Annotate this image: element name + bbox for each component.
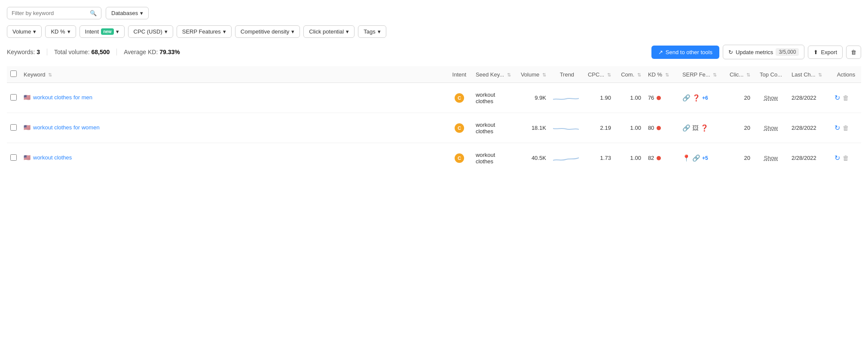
show-link-2[interactable]: Show [764, 155, 778, 161]
databases-button[interactable]: Databases ▾ [106, 7, 149, 19]
volume-1: 18.1K [515, 113, 550, 143]
location-icon: 📍 [682, 154, 691, 162]
intent-badge-1: C [455, 123, 464, 133]
th-cpc: CPC... ⇅ [584, 66, 614, 83]
filter-bar: Volume ▾KD % ▾Intent new ▾CPC (USD) ▾SER… [7, 25, 861, 38]
kd-stat: Average KD: 79.33% [124, 49, 187, 55]
link-icon: 🔗 [682, 124, 691, 132]
sort-keyword-icon[interactable]: ⇅ [48, 72, 52, 77]
export-icon: ⬆ [813, 49, 818, 55]
sort-cpc-icon[interactable]: ⇅ [607, 72, 611, 77]
cpc-0: 1.90 [584, 83, 614, 113]
com-1: 1.00 [614, 113, 645, 143]
sort-clic-icon[interactable]: ⇅ [746, 72, 750, 77]
clic-2: 20 [726, 143, 754, 173]
chevron-down-icon: ▾ [33, 28, 36, 35]
th-keyword: Keyword ⇅ [20, 66, 446, 83]
chevron-down-icon: ▾ [291, 28, 294, 35]
filter-cpc-button[interactable]: CPC (USD) ▾ [128, 25, 173, 38]
delete-button[interactable]: 🗑 [846, 46, 861, 59]
refresh-row-icon-2[interactable]: ↻ [834, 154, 840, 162]
flag-icon: 🇺🇸 [24, 124, 31, 131]
send-icon: ↗ [658, 49, 663, 55]
sort-kd-icon[interactable]: ⇅ [665, 72, 669, 77]
table-row: 🇺🇸workout clothes for womenCworkout clot… [7, 113, 861, 143]
filter-serp-button[interactable]: SERP Features ▾ [177, 25, 232, 38]
chevron-down-icon: ▾ [116, 28, 119, 35]
serp-icons-2: 📍🔗+5 [682, 154, 723, 162]
intent-badge-0: C [455, 93, 464, 103]
sort-seed-icon[interactable]: ⇅ [507, 72, 511, 77]
question-icon: ❓ [700, 124, 709, 132]
th-volume: Volume ⇅ [515, 66, 550, 83]
th-seed: Seed Key... ⇅ [472, 66, 515, 83]
image-icon: 🖼 [692, 124, 699, 132]
filter-volume-button[interactable]: Volume ▾ [7, 25, 42, 38]
row-checkbox-2[interactable] [10, 154, 17, 161]
sort-serp-icon[interactable]: ⇅ [713, 72, 717, 77]
chevron-down-icon: ▾ [140, 10, 143, 16]
last-ch-0: 2/28/2022 [788, 83, 831, 113]
clic-1: 20 [726, 113, 754, 143]
delete-row-icon-2[interactable]: 🗑 [843, 154, 849, 162]
filter-kd-button[interactable]: KD % ▾ [45, 25, 76, 38]
chevron-down-icon: ▾ [67, 28, 70, 35]
kd-value-2: 82 [648, 155, 654, 161]
th-topco: Top Co... [754, 66, 788, 83]
delete-row-icon-1[interactable]: 🗑 [843, 124, 849, 132]
intent-badge-2: C [455, 153, 464, 163]
serp-plus-0[interactable]: +6 [702, 95, 708, 101]
keyword-link-0[interactable]: workout clothes for men [33, 94, 92, 101]
export-button[interactable]: ⬆ Export [808, 46, 843, 59]
filter-comp-button[interactable]: Competitive density ▾ [235, 25, 300, 38]
chevron-down-icon: ▾ [378, 28, 381, 35]
th-clic: Clic... ⇅ [726, 66, 754, 83]
serp-icons-0: 🔗❓+6 [682, 94, 723, 102]
action-icons-0: ↻ 🗑 [834, 94, 858, 102]
refresh-row-icon-1[interactable]: ↻ [834, 124, 840, 132]
keywords-stat: Keywords: 3 [7, 49, 47, 55]
keyword-link-1[interactable]: workout clothes for women [33, 124, 100, 131]
sort-com-icon[interactable]: ⇅ [637, 72, 641, 77]
volume-0: 9.9K [515, 83, 550, 113]
table-row: 🇺🇸workout clothesCworkout clothes40.5K 1… [7, 143, 861, 173]
row-checkbox-1[interactable] [10, 124, 17, 131]
select-all-cell [7, 66, 20, 83]
volume-stat: Total volume: 68,500 [54, 49, 117, 55]
update-metrics-button[interactable]: ↻ Update metrics 3/5,000 [723, 45, 804, 59]
row-checkbox-0[interactable] [10, 94, 17, 101]
link-icon: 🔗 [682, 94, 691, 102]
serp-icons-1: 🔗🖼❓ [682, 124, 723, 132]
sort-volume-icon[interactable]: ⇅ [542, 72, 546, 77]
question-icon: ❓ [692, 94, 700, 102]
search-input[interactable] [12, 10, 87, 16]
kd-cell-0: 76 [648, 95, 675, 101]
trash-icon: 🗑 [851, 49, 856, 55]
table-row: 🇺🇸workout clothes for menCworkout clothe… [7, 83, 861, 113]
trend-chart-0 [553, 91, 581, 104]
clic-0: 20 [726, 83, 754, 113]
sort-lastch-icon[interactable]: ⇅ [818, 72, 822, 77]
show-link-1[interactable]: Show [764, 125, 778, 131]
send-to-tools-button[interactable]: ↗ Send to other tools [651, 46, 719, 59]
delete-row-icon-0[interactable]: 🗑 [843, 94, 849, 101]
top-bar: 🔍 Databases ▾ [7, 7, 861, 19]
show-link-0[interactable]: Show [764, 95, 778, 101]
trend-chart-1 [553, 121, 581, 134]
kd-cell-1: 80 [648, 125, 675, 131]
th-trend: Trend [550, 66, 584, 83]
th-serp: SERP Fe... ⇅ [679, 66, 726, 83]
select-all-checkbox[interactable] [10, 70, 17, 77]
filter-tags-button[interactable]: Tags ▾ [358, 25, 386, 38]
filter-intent-button[interactable]: Intent new ▾ [79, 25, 125, 38]
serp-plus-2[interactable]: +5 [702, 155, 708, 161]
kd-dot-2 [657, 156, 661, 160]
refresh-row-icon-0[interactable]: ↻ [834, 94, 840, 102]
stats-bar: Keywords: 3 Total volume: 68,500 Average… [7, 45, 861, 59]
volume-2: 40.5K [515, 143, 550, 173]
filter-click-button[interactable]: Click potential ▾ [303, 25, 355, 38]
flag-icon: 🇺🇸 [24, 154, 31, 161]
keyword-link-2[interactable]: workout clothes [33, 154, 72, 161]
table-body: 🇺🇸workout clothes for menCworkout clothe… [7, 83, 861, 173]
kd-cell-2: 82 [648, 155, 675, 161]
